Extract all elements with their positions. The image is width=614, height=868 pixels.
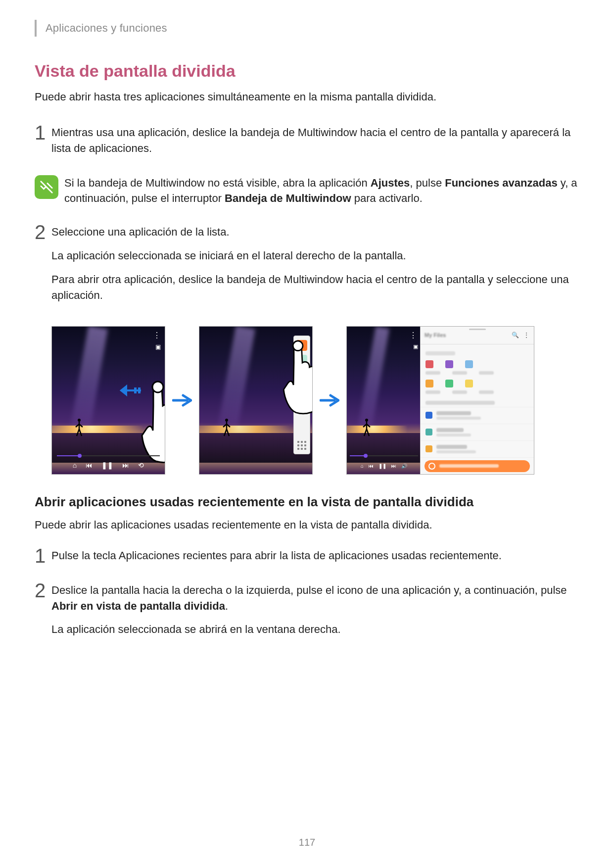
panel-a-more-icon: ⋮ <box>153 331 161 340</box>
section-header: Aplicaciones y funciones <box>35 20 579 37</box>
pane-title: My Files <box>425 332 446 338</box>
cat-6-icon <box>465 380 473 387</box>
note-b2: Funciones avanzadas <box>445 177 557 189</box>
sub-step-1-number: 1 <box>35 546 51 566</box>
sub-step-2-text: Deslice la pantalla hacia la derecha o l… <box>51 582 579 614</box>
figure-panel-b <box>199 326 313 475</box>
cat-1-icon <box>425 360 433 368</box>
sub-step-2-number: 2 <box>35 580 51 600</box>
panel-c-app-pane: My Files 🔍 ⋮ <box>420 327 534 475</box>
step-1-text: Mientras usa una aplicación, deslice la … <box>51 125 579 156</box>
svg-point-5 <box>293 341 303 351</box>
c-next-icon: ⏭ <box>391 463 396 469</box>
pause-icon: ❚❚ <box>101 461 113 469</box>
note-post: para activarlo. <box>351 192 423 204</box>
pane-categories-label <box>425 351 455 355</box>
panel-c-more-icon: ⋮ <box>409 331 417 340</box>
note-b1: Ajustes <box>371 177 410 189</box>
page-title: Vista de pantalla dividida <box>35 61 579 81</box>
sub-step-2: 2 Deslice la pantalla hacia la derecha o… <box>35 582 579 646</box>
c-pause-icon: ❚❚ <box>378 463 386 469</box>
pane-item-2 <box>421 424 534 440</box>
page-number: 117 <box>0 837 614 848</box>
sub-step-1: 1 Pulse la tecla Aplicaciones recientes … <box>35 548 579 572</box>
intro-text: Puede abrir hasta tres aplicaciones simu… <box>35 90 579 105</box>
step-1-number: 1 <box>35 123 51 143</box>
panel-a-controls: ⌂ ⏮ ❚❚ ⏭ ⟲ <box>52 459 165 471</box>
step-2-text: Seleccione una aplicación de la lista. <box>51 224 579 240</box>
step-1-body: Mientras usa una aplicación, deslice la … <box>51 125 579 164</box>
search-icon: 🔍 <box>512 332 519 338</box>
cat-4-icon <box>425 380 433 387</box>
note-icon <box>35 175 58 199</box>
step-2: 2 Seleccione una aplicación de la lista.… <box>35 224 579 311</box>
arrow-2-icon <box>320 393 339 408</box>
step-2-number: 2 <box>35 222 51 242</box>
cat-2-icon <box>445 360 453 368</box>
figure-panel-a: ⋮ ▣ ⌂ ⏮ ❚❚ ⏭ ⟲ <box>51 326 165 475</box>
sub-step-2-post: . <box>225 600 228 612</box>
step-1: 1 Mientras usa una aplicación, deslice l… <box>35 125 579 164</box>
header-rule <box>35 20 37 37</box>
figure-panel-c: ⋮ ▣ ⌂ ⏮ ❚❚ ⏭ 🔊 My Files 🔍 ⋮ <box>346 326 534 475</box>
panel-c-topbar-icon: ▣ <box>413 343 418 350</box>
hand-gesture-a-icon <box>136 376 165 465</box>
hand-gesture-b-icon <box>279 336 313 416</box>
sub-step-2-pre: Deslice la pantalla hacia la derecha o l… <box>51 584 567 596</box>
cat-5-icon <box>445 380 453 387</box>
lock-icon: ⌂ <box>73 461 77 469</box>
note-text: Si la bandeja de Multiwindow no está vis… <box>64 175 579 207</box>
pane-more-icon: ⋮ <box>523 331 530 339</box>
note-mid1: , pulse <box>410 177 445 189</box>
note-b3: Bandeja de Multiwindow <box>225 192 351 204</box>
sub-step-2-body: Deslice la pantalla hacia la derecha o l… <box>51 582 579 646</box>
tray-grid-icon <box>297 441 306 450</box>
note-pre: Si la bandeja de Multiwindow no está vis… <box>64 177 371 189</box>
sub-step-2-b1: Abrir en vista de pantalla dividida <box>51 600 225 612</box>
note-icon-wrap <box>35 175 64 199</box>
svg-point-0 <box>78 419 81 422</box>
c-lock-icon: ⌂ <box>361 463 364 469</box>
loop-icon: ⟲ <box>138 461 144 469</box>
cat-3-icon <box>465 360 473 368</box>
panel-c-controls: ⌂ ⏮ ❚❚ ⏭ 🔊 <box>347 460 421 472</box>
step-2-p2: Para abrir otra aplicación, deslice la b… <box>51 272 579 303</box>
note: Si la bandeja de Multiwindow no está vis… <box>35 175 579 207</box>
subsection-heading: Abrir aplicaciones usadas recientemente … <box>35 494 579 510</box>
sub-step-1-text: Pulse la tecla Aplicaciones recientes pa… <box>51 548 579 564</box>
step-2-p1: La aplicación seleccionada se iniciará e… <box>51 248 579 264</box>
prev-icon: ⏮ <box>86 461 93 469</box>
step-2-body: Seleccione una aplicación de la lista. L… <box>51 224 579 311</box>
subsection-intro: Puede abrir las aplicaciones usadas reci… <box>35 518 579 533</box>
panel-a-progress <box>57 454 160 457</box>
panel-a-topbar-icon: ▣ <box>155 343 161 350</box>
sub-step-1-body: Pulse la tecla Aplicaciones recientes pa… <box>51 548 579 572</box>
figure: ⋮ ▣ ⌂ ⏮ ❚❚ ⏭ ⟲ <box>51 326 579 475</box>
pane-bottom-pill <box>425 460 530 472</box>
c-prev-icon: ⏮ <box>369 463 374 469</box>
sub-step-2-p1: La aplicación seleccionada se abrirá en … <box>51 622 579 637</box>
pane-item-3 <box>421 440 534 457</box>
c-vol-icon: 🔊 <box>401 463 407 469</box>
arrow-1-icon <box>172 393 192 408</box>
svg-point-3 <box>152 382 163 392</box>
svg-point-6 <box>365 419 368 422</box>
pane-item-1 <box>421 407 534 424</box>
next-icon: ⏭ <box>122 461 129 469</box>
section-header-text: Aplicaciones y funciones <box>46 22 167 35</box>
